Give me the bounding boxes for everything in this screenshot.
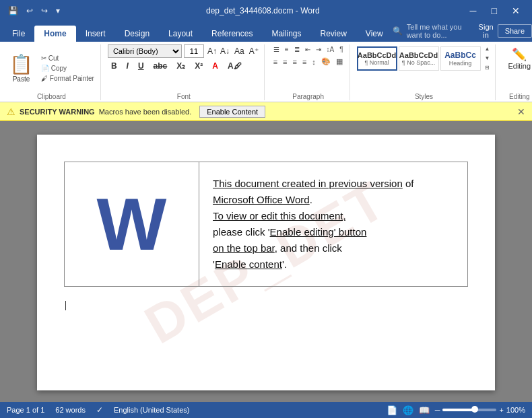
msg-underline1: This document created in previous versio… bbox=[213, 178, 403, 189]
shading-button[interactable]: 🎨 bbox=[319, 56, 333, 67]
editing-group: ✏️ Editing Editing bbox=[498, 44, 532, 100]
security-message: Macros have been disabled. bbox=[99, 108, 192, 116]
font-shrink-button[interactable]: A↓ bbox=[219, 46, 231, 57]
title-bar-controls: ─ □ ✕ bbox=[463, 3, 527, 19]
view-icon-web[interactable]: 🌐 bbox=[403, 405, 413, 415]
signin-button[interactable]: Sign in bbox=[479, 23, 494, 39]
msg-underline5: on the top bar bbox=[213, 242, 275, 254]
paragraph-controls: ☰ ≡ ≣ ⇤ ⇥ ↕A ¶ ≡ ≡ ≡ ≡ ↕ 🎨 ▦ bbox=[271, 44, 345, 67]
maximize-button[interactable]: □ bbox=[485, 3, 504, 19]
align-center-button[interactable]: ≡ bbox=[281, 57, 289, 67]
text-effects-button[interactable]: A⁺ bbox=[248, 46, 260, 57]
enable-content-button[interactable]: Enable Content bbox=[199, 106, 265, 118]
style-no-spacing[interactable]: AaBbCcDd ¶ No Spac... bbox=[399, 46, 439, 71]
styles-label: Styles bbox=[415, 92, 433, 100]
document-content: W This document created in previous vers… bbox=[64, 162, 468, 311]
tab-layout[interactable]: Layout bbox=[159, 26, 202, 42]
view-icon-read[interactable]: 📖 bbox=[419, 405, 430, 415]
decrease-indent-button[interactable]: ⇤ bbox=[303, 44, 312, 55]
no-spacing-preview: AaBbCcDd bbox=[399, 51, 438, 59]
line-spacing-button[interactable]: ↕ bbox=[310, 57, 318, 67]
zoom-plus-button[interactable]: + bbox=[499, 406, 503, 414]
redo-icon[interactable]: ↪ bbox=[38, 5, 51, 17]
increase-indent-button[interactable]: ⇥ bbox=[314, 44, 323, 55]
bold-button[interactable]: B bbox=[108, 60, 121, 72]
clipboard-group: 📋 Paste ✂ Cut 📄 Copy 🖌 Format Painter Cl… bbox=[3, 44, 101, 100]
font-row2: B I U abc X₂ X² A A🖊 bbox=[108, 60, 260, 72]
tab-references[interactable]: References bbox=[202, 26, 262, 42]
style-normal[interactable]: AaBbCcDd ¶ Normal bbox=[357, 46, 397, 71]
align-right-button[interactable]: ≡ bbox=[291, 57, 299, 67]
styles-row: AaBbCcDd ¶ Normal AaBbCcDd ¶ No Spac... … bbox=[357, 44, 492, 72]
multilevel-button[interactable]: ≣ bbox=[292, 44, 302, 55]
text-color-button[interactable]: A bbox=[209, 60, 222, 72]
copy-button[interactable]: 📄 Copy bbox=[39, 64, 96, 73]
tab-home[interactable]: Home bbox=[34, 26, 75, 42]
document-text-cell[interactable]: This document created in previous versio… bbox=[199, 162, 468, 287]
styles-scroll-down[interactable]: ▼ bbox=[484, 54, 492, 63]
zoom-fill bbox=[442, 409, 475, 411]
superscript-button[interactable]: X² bbox=[191, 60, 206, 72]
tab-design[interactable]: Design bbox=[115, 26, 159, 42]
security-warning-label: SECURITY WARNING bbox=[20, 108, 95, 116]
editing-mode-icon: ✏️ bbox=[512, 47, 527, 62]
paste-button[interactable]: 📋 Paste bbox=[7, 52, 36, 84]
view-icon-print[interactable]: 📄 bbox=[387, 405, 397, 415]
paragraph-label: Paragraph bbox=[292, 92, 324, 100]
tell-me-text[interactable]: Tell me what you want to do... bbox=[407, 23, 464, 39]
numbering-button[interactable]: ≡ bbox=[283, 44, 291, 55]
msg-line2: To view or edit this document, bbox=[213, 210, 346, 221]
font-size-buttons: A↑ A↓ bbox=[206, 46, 231, 57]
msg-underline2: Microsoft Office Word bbox=[213, 194, 310, 205]
customize-icon[interactable]: ▾ bbox=[53, 5, 63, 17]
font-family-select[interactable]: Calibri (Body) bbox=[108, 44, 182, 58]
show-hide-button[interactable]: ¶ bbox=[337, 44, 345, 55]
document-area: DEP_DET W This document created in previ… bbox=[0, 121, 532, 402]
minimize-button[interactable]: ─ bbox=[463, 3, 484, 19]
borders-button[interactable]: ▦ bbox=[334, 56, 345, 67]
document-message: This document created in previous versio… bbox=[213, 176, 454, 273]
format-painter-button[interactable]: 🖌 Format Painter bbox=[39, 74, 96, 83]
sort-button[interactable]: ↕A bbox=[325, 44, 337, 55]
normal-preview: AaBbCcDd bbox=[358, 51, 396, 59]
font-size-input[interactable] bbox=[184, 44, 204, 58]
bullets-button[interactable]: ☰ bbox=[271, 44, 281, 55]
window-title: dep_det_3444608.docm - Word bbox=[63, 6, 463, 15]
tab-mailings[interactable]: Mailings bbox=[262, 26, 310, 42]
align-left-button[interactable]: ≡ bbox=[271, 57, 279, 67]
editing-label: Editing bbox=[509, 92, 530, 100]
styles-scroll-up[interactable]: ▲ bbox=[484, 44, 492, 53]
tab-file[interactable]: File bbox=[3, 26, 34, 42]
undo-icon[interactable]: ↩ bbox=[24, 5, 36, 17]
highlight-button[interactable]: A🖊 bbox=[224, 60, 245, 72]
tab-insert[interactable]: Insert bbox=[76, 26, 115, 42]
tab-view[interactable]: View bbox=[356, 26, 393, 42]
clipboard-small-buttons: ✂ Cut 📄 Copy 🖌 Format Painter bbox=[39, 54, 96, 83]
msg-underline6: Enable content bbox=[215, 258, 282, 270]
styles-content: AaBbCcDd ¶ Normal AaBbCcDd ¶ No Spac... … bbox=[357, 44, 492, 72]
security-bar: ⚠ SECURITY WARNING Macros have been disa… bbox=[0, 102, 532, 121]
editing-mode-button[interactable]: ✏️ Editing bbox=[502, 44, 532, 73]
tab-review[interactable]: Review bbox=[310, 26, 356, 42]
strikethrough-button[interactable]: abc bbox=[150, 60, 171, 72]
font-grow-button[interactable]: A↑ bbox=[206, 46, 218, 57]
cursor-line bbox=[65, 300, 468, 311]
zoom-minus-button[interactable]: ─ bbox=[435, 406, 440, 414]
close-button[interactable]: ✕ bbox=[505, 3, 527, 19]
share-button[interactable]: Share bbox=[498, 24, 532, 38]
underline-button[interactable]: U bbox=[135, 60, 147, 72]
cut-button[interactable]: ✂ Cut bbox=[39, 54, 96, 63]
justify-button[interactable]: ≡ bbox=[300, 57, 308, 67]
styles-group: AaBbCcDd ¶ Normal AaBbCcDd ¶ No Spac... … bbox=[353, 44, 496, 100]
styles-more[interactable]: ⊟ bbox=[484, 63, 492, 72]
subscript-button[interactable]: X₂ bbox=[173, 60, 189, 72]
style-heading1[interactable]: AaBbCc Heading bbox=[440, 46, 481, 71]
clear-format-button[interactable]: Aa bbox=[233, 46, 246, 57]
warning-icon: ⚠ bbox=[7, 106, 15, 117]
italic-button[interactable]: I bbox=[123, 60, 132, 72]
save-icon[interactable]: 💾 bbox=[5, 5, 21, 17]
zoom-percent: 100% bbox=[506, 406, 525, 414]
font-label: Font bbox=[177, 92, 191, 100]
security-close-button[interactable]: ✕ bbox=[517, 106, 525, 117]
zoom-slider[interactable] bbox=[442, 409, 496, 411]
